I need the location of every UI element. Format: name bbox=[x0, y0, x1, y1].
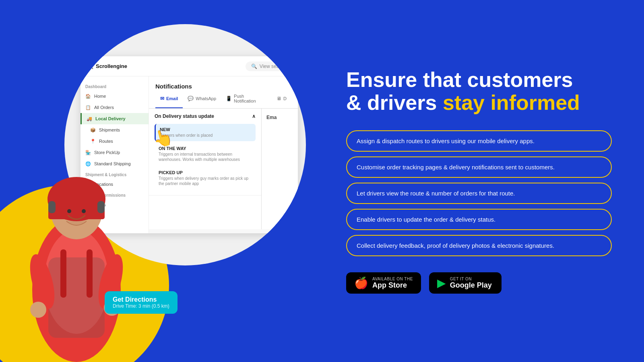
status-new-desc: Triggers when order is placed bbox=[160, 133, 252, 138]
email-tab-icon: ✉ bbox=[160, 96, 164, 101]
left-panel: 🔍 Scrollengine 🔍 View search Dashboard 🏠… bbox=[0, 0, 314, 362]
tab-push-notification[interactable]: 📱 Push Notification bbox=[221, 90, 272, 108]
search-placeholder-text: View search bbox=[260, 64, 286, 69]
svg-rect-14 bbox=[48, 201, 56, 213]
tab-whatsapp-label: WhatsApp bbox=[196, 96, 216, 101]
tab-d[interactable]: 🖥 D bbox=[272, 90, 291, 108]
feature-item-1: Assign & dispatch routes to drivers usin… bbox=[346, 130, 612, 152]
sidebar-item-home[interactable]: 🏠 Home bbox=[80, 90, 149, 102]
directions-title: Get Directions bbox=[113, 296, 169, 303]
tab-email[interactable]: ✉ Email bbox=[155, 90, 183, 108]
sidebar-home-label: Home bbox=[94, 94, 106, 99]
app-store-main: App Store bbox=[372, 281, 413, 290]
whatsapp-tab-icon: 💬 bbox=[188, 96, 194, 101]
accordion-header[interactable]: On Delivery status update ∧ bbox=[149, 109, 261, 124]
svg-rect-2 bbox=[48, 257, 105, 338]
sidebar-local-delivery-label: Local Delivery bbox=[95, 116, 126, 121]
directions-card: Get Directions Drive Time: 3 min (0.5 km… bbox=[105, 291, 178, 314]
right-panel: Ensure that customers & drivers stay inf… bbox=[314, 0, 644, 362]
tab-d-label: D bbox=[283, 96, 287, 101]
status-otw-title: ON THE WAY bbox=[159, 146, 252, 151]
directions-subtitle: Drive Time: 3 min (0.5 km) bbox=[113, 303, 169, 309]
d-tab-icon: 🖥 bbox=[277, 96, 281, 101]
delivery-person bbox=[8, 129, 145, 362]
status-otw-desc: Triggers on internal transactions betwee… bbox=[159, 152, 252, 162]
headline-highlight: stay informed bbox=[443, 91, 580, 114]
store-buttons: 🍎 Available on the App Store ▶ GET IT ON… bbox=[346, 272, 612, 294]
app-logo-text: Scrollengine bbox=[96, 63, 127, 69]
headline-line1: Ensure that customers bbox=[346, 68, 573, 91]
feature-item-2: Customise order tracking pages & deliver… bbox=[346, 156, 612, 178]
status-new-title: NEW bbox=[160, 127, 252, 132]
sidebar-item-all-orders[interactable]: 📋 All Orders bbox=[80, 102, 149, 113]
tab-push-label: Push Notification bbox=[234, 94, 267, 103]
app-store-sub: Available on the bbox=[372, 277, 413, 281]
email-label: Ema bbox=[266, 115, 277, 120]
orders-icon: 📋 bbox=[85, 105, 91, 110]
app-header: 🔍 Scrollengine 🔍 View search bbox=[80, 56, 298, 76]
search-icon: 🔍 bbox=[251, 64, 257, 69]
svg-rect-5 bbox=[48, 209, 105, 219]
google-play-sub: GET IT ON bbox=[450, 277, 492, 281]
feature-item-3: Let drivers view the route & number of o… bbox=[346, 183, 612, 204]
status-picked-up[interactable]: PICKED UP Triggers when delivery guy mar… bbox=[155, 167, 256, 189]
google-play-text: GET IT ON Google Play bbox=[450, 277, 492, 290]
tab-email-label: Email bbox=[166, 96, 178, 101]
app-store-button[interactable]: 🍎 Available on the App Store bbox=[346, 272, 421, 294]
status-on-the-way[interactable]: ON THE WAY Triggers on internal transact… bbox=[155, 143, 256, 165]
tabs-row: ✉ Email 💬 WhatsApp 📱 Push Notification bbox=[149, 90, 298, 109]
logo-icon: 🔍 bbox=[87, 63, 93, 69]
features-list: Assign & dispatch routes to drivers usin… bbox=[346, 130, 612, 256]
notifications-title: Notifications bbox=[149, 76, 298, 90]
status-list: On Delivery status update ∧ NEW Triggers… bbox=[149, 109, 262, 229]
email-config-panel: Ema bbox=[262, 109, 298, 229]
headline-line2: & drivers bbox=[346, 91, 443, 114]
google-play-button[interactable]: ▶ GET IT ON Google Play bbox=[429, 272, 502, 294]
apple-icon: 🍎 bbox=[354, 276, 368, 290]
sidebar-item-local-delivery[interactable]: 🚚 Local Delivery bbox=[80, 113, 149, 124]
feature-item-4: Enable drivers to update the order & del… bbox=[346, 209, 612, 230]
google-play-main: Google Play bbox=[450, 281, 492, 290]
svg-point-6 bbox=[67, 209, 71, 213]
feature-item-5: Collect delivery feedback, proof of deli… bbox=[346, 235, 612, 256]
tab-whatsapp[interactable]: 💬 WhatsApp bbox=[183, 90, 221, 108]
svg-rect-15 bbox=[97, 201, 105, 213]
sidebar-orders-label: All Orders bbox=[94, 105, 114, 110]
sidebar-section-dashboard: Dashboard bbox=[80, 81, 149, 90]
app-store-text: Available on the App Store bbox=[372, 277, 413, 290]
home-icon: 🏠 bbox=[85, 93, 91, 99]
svg-point-10 bbox=[30, 302, 46, 318]
main-content: Notifications ✉ Email 💬 WhatsApp 📱 Pus bbox=[149, 76, 298, 233]
accordion-item: On Delivery status update ∧ NEW Triggers… bbox=[149, 109, 261, 195]
google-play-icon: ▶ bbox=[437, 276, 446, 290]
content-area: On Delivery status update ∧ NEW Triggers… bbox=[149, 109, 298, 229]
svg-rect-12 bbox=[60, 249, 66, 298]
delivery-icon: 🚚 bbox=[87, 116, 92, 121]
accordion-chevron-icon: ∧ bbox=[252, 113, 256, 119]
accordion-title: On Delivery status update bbox=[155, 113, 214, 119]
status-pu-desc: Triggers when delivery guy marks order a… bbox=[159, 176, 252, 186]
status-pu-title: PICKED UP bbox=[159, 170, 252, 175]
logo-area: 🔍 Scrollengine bbox=[87, 63, 127, 69]
search-bar[interactable]: 🔍 View search bbox=[246, 62, 291, 71]
svg-point-7 bbox=[82, 209, 86, 213]
push-tab-icon: 📱 bbox=[226, 96, 232, 101]
headline: Ensure that customers & drivers stay inf… bbox=[346, 68, 612, 114]
svg-rect-13 bbox=[87, 249, 93, 298]
